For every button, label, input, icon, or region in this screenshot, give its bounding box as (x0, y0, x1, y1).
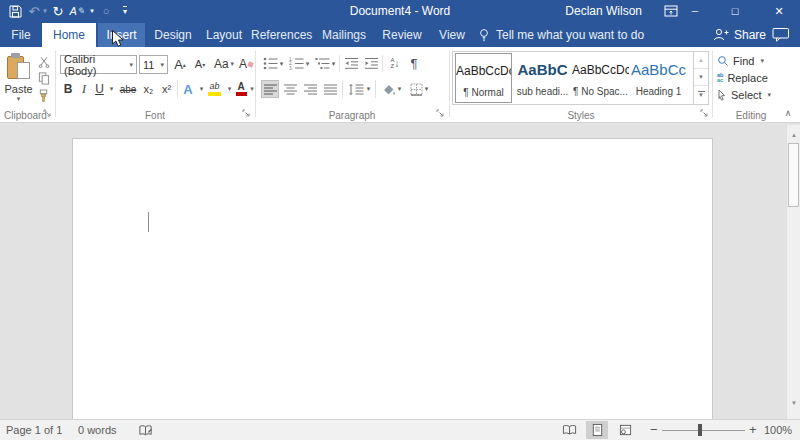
scrollbar-thumb[interactable] (788, 143, 799, 207)
vertical-scrollbar[interactable]: ▲ ▼ (786, 125, 800, 419)
scroll-down-button[interactable]: ▼ (788, 397, 800, 409)
clipboard-dialog-launcher[interactable] (43, 109, 53, 119)
ribbon-display-options-button[interactable] (660, 0, 682, 22)
format-painter-button[interactable] (36, 88, 51, 103)
zoom-slider-track[interactable] (662, 430, 745, 431)
paragraph-dialog-launcher[interactable] (436, 109, 446, 119)
strikethrough-button[interactable]: abe (117, 80, 139, 98)
zoom-slider-thumb[interactable] (698, 424, 702, 436)
italic-button[interactable]: I (78, 80, 90, 98)
font-size-combobox[interactable]: 11 ▾ (139, 55, 168, 74)
cut-button[interactable] (36, 54, 51, 69)
shading-button[interactable]: ▾ (378, 80, 404, 98)
numbering-icon: 1.2.3. (289, 57, 304, 70)
text-effects-dropdown[interactable]: ▾ (196, 80, 205, 98)
read-mode-button[interactable] (558, 421, 580, 439)
font-color-icon: A (236, 82, 247, 91)
text-effects-icon: A (183, 82, 192, 97)
superscript-button[interactable]: x² (158, 80, 175, 98)
tab-home[interactable]: Home (42, 23, 96, 47)
justify-button[interactable] (321, 80, 339, 98)
tell-me-box[interactable]: Tell me what you want to do (478, 22, 644, 47)
multilevel-list-button[interactable]: ▾ (313, 55, 337, 72)
show-hide-pilcrow-button[interactable]: ¶ (406, 53, 422, 73)
align-right-button[interactable] (301, 80, 319, 98)
zoom-in-button[interactable]: + (749, 420, 757, 440)
bold-icon: B (64, 82, 73, 96)
grow-font-button[interactable]: A▴ (171, 54, 189, 74)
underline-button[interactable]: U (93, 80, 106, 98)
font-color-dropdown[interactable]: ▾ (247, 80, 255, 98)
replace-button[interactable]: ab ac Replace (717, 70, 768, 86)
align-center-button[interactable] (281, 80, 299, 98)
tab-mailings[interactable]: Mailings (317, 23, 371, 47)
font-dialog-launcher[interactable] (242, 109, 252, 119)
scroll-down-icon: ▼ (791, 400, 797, 406)
minimize-icon: ─ (692, 6, 698, 16)
document-area: ▲ ▼ (0, 123, 800, 419)
font-color-button[interactable]: A (234, 80, 248, 98)
underline-dropdown[interactable]: ▾ (106, 80, 115, 98)
style-sample: AaBbCcDc (572, 57, 629, 83)
style-name: ¶ No Spac... (572, 86, 629, 97)
styles-scroll-down-button[interactable]: ▼ (694, 69, 708, 86)
close-button[interactable]: ✕ (768, 0, 790, 22)
font-name-combobox[interactable]: Calibri (Body) ▾ (60, 55, 137, 74)
find-button[interactable]: Find ▾ (717, 53, 764, 69)
page-indicator[interactable]: Page 1 of 1 (6, 420, 62, 440)
align-left-icon (263, 84, 278, 95)
paste-button[interactable]: Paste ▾ (3, 51, 34, 119)
maximize-button[interactable]: □ (724, 0, 746, 22)
change-case-button[interactable]: Aa ▾ (212, 54, 236, 74)
lightbulb-icon (478, 28, 490, 42)
style-no-spacing[interactable]: AaBbCcDc ¶ No Spac... (572, 53, 629, 103)
print-layout-button[interactable] (586, 421, 608, 439)
highlight-color-button[interactable]: ab (206, 80, 223, 98)
zoom-level-button[interactable]: 100% (764, 420, 792, 440)
clear-formatting-icon: A (239, 57, 247, 71)
maximize-icon: □ (732, 5, 739, 17)
highlight-dropdown[interactable]: ▾ (224, 80, 233, 98)
grow-font-icon: A (174, 57, 183, 72)
style-sub-heading[interactable]: AaBbC sub headi... (514, 53, 571, 103)
select-button[interactable]: Select ▾ (717, 87, 771, 103)
style-heading-1[interactable]: AaBbCc Heading 1 (630, 53, 687, 103)
tab-view[interactable]: View (431, 23, 473, 47)
styles-scroll-up-button[interactable]: ▲ (694, 52, 708, 69)
web-layout-button[interactable] (614, 421, 636, 439)
subscript-button[interactable]: x₂ (140, 80, 157, 98)
align-left-button[interactable] (261, 80, 279, 98)
document-page[interactable] (72, 138, 713, 419)
bold-button[interactable]: B (61, 80, 75, 98)
increase-indent-button[interactable] (362, 55, 380, 72)
shrink-font-button[interactable]: A▾ (191, 54, 209, 74)
styles-dialog-launcher[interactable] (700, 109, 710, 119)
line-spacing-button[interactable]: ▾ (346, 80, 372, 98)
tab-references[interactable]: References (251, 23, 311, 47)
scroll-up-button[interactable]: ▲ (788, 129, 800, 141)
tab-review[interactable]: Review (377, 23, 427, 47)
tab-layout[interactable]: Layout (201, 23, 247, 47)
styles-more-button[interactable]: ▼ (694, 86, 708, 103)
sort-button[interactable]: A Z ↓ (385, 53, 405, 73)
tab-file[interactable]: File (2, 23, 40, 47)
word-count[interactable]: 0 words (78, 420, 117, 440)
style-normal[interactable]: AaBbCcDc ¶ Normal (455, 53, 512, 103)
comments-button[interactable] (772, 22, 790, 47)
find-magnifier-icon (717, 55, 729, 67)
font-color-bar (236, 92, 247, 96)
zoom-out-button[interactable]: − (650, 420, 658, 440)
account-name[interactable]: Declan Wilson (565, 0, 642, 22)
copy-button[interactable] (36, 71, 51, 86)
clear-formatting-button[interactable]: A (238, 54, 254, 74)
tab-design[interactable]: Design (149, 23, 197, 47)
text-effects-button[interactable]: A (180, 80, 196, 98)
decrease-indent-button[interactable] (342, 55, 360, 72)
share-button[interactable]: Share (712, 22, 766, 47)
numbering-button[interactable]: 1.2.3. ▾ (287, 55, 311, 72)
minimize-button[interactable]: ─ (684, 0, 706, 22)
bullets-button[interactable]: ▾ (261, 55, 285, 72)
proofing-status-button[interactable] (138, 424, 153, 440)
collapse-ribbon-button[interactable]: ∧ (780, 106, 796, 120)
borders-button[interactable]: ▾ (406, 80, 432, 98)
